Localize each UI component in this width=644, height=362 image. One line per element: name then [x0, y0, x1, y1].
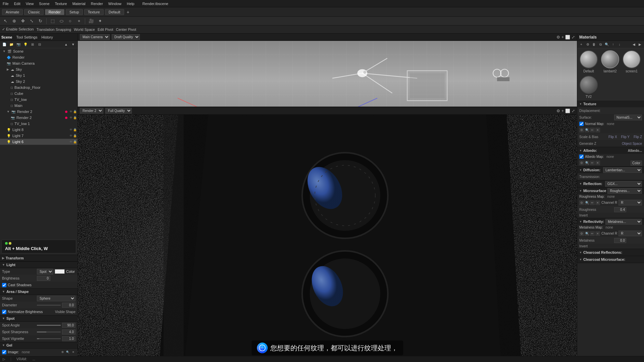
- bottom-settings-icon[interactable]: ⚙: [556, 109, 560, 113]
- reflectivity-select[interactable]: Metalness...: [605, 219, 642, 225]
- area-shape-section[interactable]: ▼ Area / Shape: [0, 288, 77, 295]
- tree-item-render2-child[interactable]: 📷 Render 2 👁 🔒: [0, 115, 77, 121]
- mat-prev-icon[interactable]: ◀: [631, 42, 637, 47]
- nm-search-icon[interactable]: 🔍: [585, 128, 589, 132]
- menu-window[interactable]: Window: [108, 2, 121, 6]
- mat-search-icon[interactable]: 🔍: [604, 42, 609, 47]
- roughness-input[interactable]: [614, 207, 626, 212]
- menu-render[interactable]: Render: [91, 2, 103, 6]
- render-scene[interactable]: 您想要的任何纹理，都可以进行纹理处理，: [78, 115, 577, 362]
- menu-texture[interactable]: Texture: [55, 2, 67, 6]
- nm-clear-icon[interactable]: ✕: [595, 128, 600, 132]
- paint-select[interactable]: ○: [67, 18, 73, 24]
- alb-search-icon[interactable]: 🔍: [585, 161, 589, 165]
- gel-search-icon[interactable]: 🔍: [65, 350, 70, 354]
- menu-edit[interactable]: Edit: [14, 2, 20, 6]
- box-select[interactable]: ⬚: [49, 18, 56, 24]
- bottom-maximize-icon[interactable]: ⤢: [572, 109, 575, 113]
- camera-tool[interactable]: 🎥: [88, 18, 95, 24]
- tree-lock-icon-r2c[interactable]: 🔒: [73, 116, 77, 119]
- spot-vignette-input[interactable]: [62, 336, 75, 341]
- tree-item-main-camera[interactable]: 📷 Main Camera: [0, 60, 77, 66]
- spot-section[interactable]: ▼ Spot: [0, 315, 77, 322]
- world-space-btn[interactable]: World Space: [74, 27, 95, 32]
- nm-edit-icon[interactable]: ✏: [590, 128, 595, 132]
- viewport-scene[interactable]: [78, 41, 577, 107]
- rgh-edit-icon[interactable]: ✏: [590, 200, 595, 205]
- tree-eye-icon[interactable]: 👁: [69, 110, 72, 113]
- color-btn[interactable]: Color: [631, 161, 642, 166]
- translation-snapping-btn[interactable]: Translation Snapping: [37, 27, 71, 32]
- mat-next-icon[interactable]: ▶: [637, 42, 643, 47]
- diameter-input[interactable]: [62, 303, 75, 308]
- viewport-settings-icon[interactable]: ⚙: [556, 35, 560, 40]
- tool-settings-tab[interactable]: Tool Settings: [16, 35, 37, 39]
- tree-lock-icon-l6[interactable]: 🔒: [73, 140, 77, 143]
- clearcoat-micro-header[interactable]: ▼ Clearcoat Microsurface:: [577, 256, 644, 263]
- met-search-icon[interactable]: 🔍: [585, 231, 589, 236]
- tree-item-light6[interactable]: 💡 Light 6 👁 🔒: [0, 139, 77, 145]
- rgh-search-icon[interactable]: 🔍: [585, 200, 589, 205]
- bottom-quality-select[interactable]: Full Quality: [105, 108, 132, 114]
- tree-item-sky2[interactable]: ☁ Sky 2: [0, 78, 77, 84]
- brightness-input[interactable]: [37, 276, 50, 281]
- menu-scene[interactable]: Scene: [39, 2, 49, 6]
- rotate-tool[interactable]: ↻: [37, 18, 44, 24]
- tree-lock-icon-l8[interactable]: 🔒: [73, 128, 77, 131]
- scene-collapse-icon[interactable]: ⊟: [37, 42, 43, 48]
- edit-pivot-btn[interactable]: Edit Pivot: [98, 27, 113, 32]
- tree-eye-icon-l8[interactable]: 👁: [69, 128, 72, 131]
- tree-eye-icon-r2c[interactable]: 👁: [69, 116, 72, 119]
- tree-eye-icon-l7[interactable]: 👁: [69, 134, 72, 137]
- workflow-add[interactable]: +: [125, 9, 131, 15]
- spot-angle-slider[interactable]: [37, 325, 61, 326]
- orbit-tool[interactable]: ⊕: [11, 18, 17, 24]
- microsurface-header[interactable]: ▼ Microsurface Roughness...: [577, 187, 644, 194]
- tree-item-cube[interactable]: □ Cube: [0, 90, 77, 97]
- rgh-settings-icon[interactable]: ⚙: [579, 200, 584, 205]
- reflectivity-header[interactable]: ▼ Reflectivity: Metalness...: [577, 218, 644, 225]
- history-tab[interactable]: History: [41, 35, 53, 39]
- scene-panel-tab[interactable]: Scene: [1, 35, 12, 39]
- normalmap-checkbox[interactable]: [579, 122, 584, 126]
- select-tool[interactable]: ↖: [2, 18, 9, 24]
- scene-light-icon[interactable]: 💡: [22, 42, 29, 48]
- albedo-header[interactable]: ▼ Albedo: Albedo...: [577, 147, 644, 154]
- center-pivot-btn[interactable]: Center Pivot: [116, 27, 136, 32]
- nm-settings-icon[interactable]: ⚙: [579, 128, 584, 132]
- surface-select[interactable]: NormalS...: [614, 115, 642, 120]
- bottom-add-icon[interactable]: +: [561, 109, 564, 113]
- workflow-render[interactable]: Render: [45, 9, 64, 15]
- roughness-channel-select[interactable]: R: [619, 200, 642, 205]
- color-swatch[interactable]: [55, 269, 65, 274]
- workflow-texture[interactable]: Texture: [84, 9, 104, 15]
- lasso-select[interactable]: ⬭: [58, 18, 65, 24]
- tree-item-tv-low[interactable]: □ TV_low: [0, 97, 77, 103]
- tree-item-sky[interactable]: ▶ ☁ Sky: [0, 66, 77, 72]
- gel-section[interactable]: ▼ Gel: [0, 342, 77, 349]
- light-tool[interactable]: ✦: [97, 18, 103, 24]
- scene-up-icon[interactable]: ▲: [63, 42, 69, 48]
- type-select[interactable]: Spot: [37, 269, 53, 275]
- enable-selection-toggle[interactable]: ✓ Enable Selection: [2, 27, 34, 32]
- mat-create-icon[interactable]: +: [579, 42, 584, 47]
- mat-settings-icon[interactable]: ⚙: [585, 42, 590, 47]
- reflection-select[interactable]: GGX...: [605, 181, 642, 187]
- alb-settings-icon[interactable]: ⚙: [579, 161, 584, 165]
- material-lambert2[interactable]: lambert2: [601, 50, 620, 73]
- menu-file[interactable]: File: [3, 2, 9, 6]
- clearcoat-reflections-header[interactable]: ▼ Clearcoat Reflections:: [577, 249, 644, 256]
- metalness-input[interactable]: [614, 238, 626, 243]
- mat-clone-icon[interactable]: ⧉: [598, 42, 603, 47]
- roughness-select[interactable]: Roughness...: [607, 188, 642, 194]
- mat-import-icon[interactable]: ↓: [617, 42, 622, 47]
- gel-settings-icon[interactable]: ⚙: [60, 350, 65, 354]
- material-tv2[interactable]: TV2: [579, 76, 598, 99]
- tree-item-render2[interactable]: ▼ 📷 Render 2 👁 🔒: [0, 109, 77, 115]
- tree-item-light8[interactable]: 💡 Light 8 👁 🔒: [0, 127, 77, 133]
- met-clear-icon[interactable]: ✕: [595, 231, 600, 236]
- workflow-classic[interactable]: Classic: [24, 9, 43, 15]
- tree-item-main[interactable]: □ Main: [0, 103, 77, 109]
- gel-clear-icon[interactable]: ✕: [71, 350, 75, 354]
- reflection-header[interactable]: ▼ Reflection: GGX...: [577, 180, 644, 187]
